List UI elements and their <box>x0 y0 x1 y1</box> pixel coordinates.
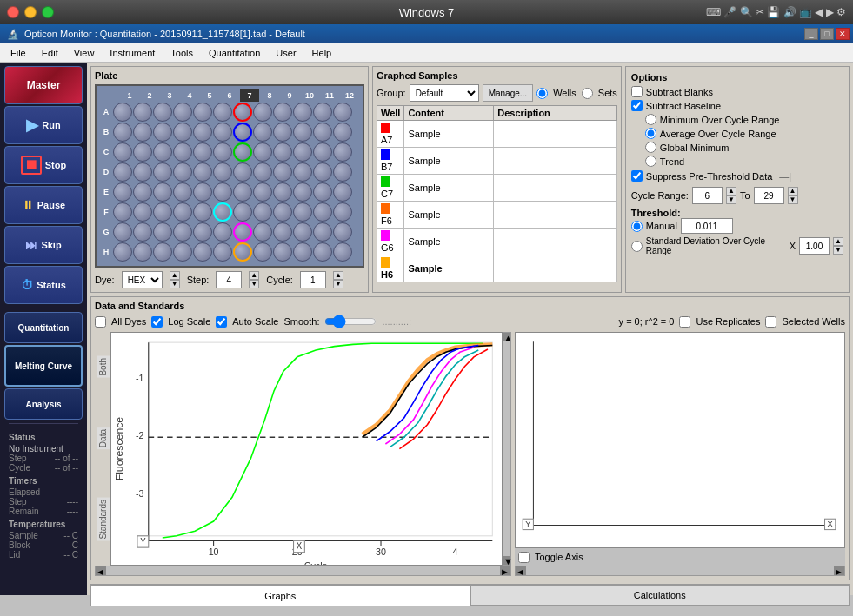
well-d5[interactable] <box>193 162 212 182</box>
well-e8[interactable] <box>253 182 272 202</box>
well-e7[interactable] <box>233 182 252 202</box>
well-b9[interactable] <box>273 123 292 142</box>
menu-tools[interactable]: Tools <box>163 46 200 60</box>
selected-wells-checkbox[interactable] <box>765 316 776 328</box>
well-h7[interactable] <box>233 242 252 262</box>
well-f2[interactable] <box>133 202 152 222</box>
well-c7[interactable] <box>233 142 252 162</box>
well-c3[interactable] <box>153 142 172 162</box>
dye-select[interactable]: HEX <box>122 271 163 288</box>
well-g6[interactable] <box>213 222 232 242</box>
subtract-baseline-checkbox[interactable] <box>631 100 643 111</box>
well-g4[interactable] <box>173 222 192 242</box>
well-h2[interactable] <box>133 242 152 262</box>
menu-instrument[interactable]: Instrument <box>103 46 162 60</box>
table-row[interactable]: F6 Sample <box>377 202 617 229</box>
group-select[interactable]: Default <box>410 84 479 102</box>
cycle-from-spin-up[interactable]: ▲ <box>726 187 736 195</box>
well-g12[interactable] <box>333 222 352 242</box>
well-b11[interactable] <box>313 123 332 142</box>
dye-spin-up[interactable]: ▲ <box>170 271 180 280</box>
well-d3[interactable] <box>153 162 172 182</box>
cycle-from-spin-down[interactable]: ▼ <box>726 195 736 204</box>
avg-over-cycle-radio[interactable] <box>645 128 656 139</box>
dye-spin-down[interactable]: ▼ <box>170 280 180 288</box>
table-row[interactable]: A7 Sample <box>377 121 617 148</box>
well-b2[interactable] <box>133 123 152 142</box>
well-b7[interactable] <box>233 123 252 142</box>
dye-spin[interactable]: ▲ ▼ <box>170 271 180 288</box>
right-x-scrollbar[interactable]: ◄ ► <box>515 566 845 576</box>
manual-value-input[interactable] <box>681 218 733 234</box>
global-min-radio[interactable] <box>645 142 656 153</box>
well-b4[interactable] <box>173 123 192 142</box>
step-spin[interactable]: ▲ ▼ <box>249 271 259 288</box>
cycle-spin[interactable]: ▲ ▼ <box>333 271 343 288</box>
well-a10[interactable] <box>293 103 312 122</box>
well-h1[interactable] <box>113 242 132 262</box>
well-d9[interactable] <box>273 162 292 182</box>
window-controls[interactable] <box>7 6 54 18</box>
well-a6[interactable] <box>213 103 232 122</box>
well-e12[interactable] <box>333 182 352 202</box>
table-row[interactable]: C7 Sample <box>377 175 617 202</box>
well-b3[interactable] <box>153 123 172 142</box>
well-f11[interactable] <box>313 202 332 222</box>
app-minimize-button[interactable]: _ <box>804 28 818 40</box>
well-e11[interactable] <box>313 182 332 202</box>
log-scale-checkbox[interactable] <box>151 316 163 328</box>
sidebar-item-master[interactable]: Master <box>4 66 83 104</box>
std-dev-spin-down[interactable]: ▼ <box>833 246 843 255</box>
sets-radio[interactable] <box>582 88 593 99</box>
std-dev-radio[interactable] <box>631 241 643 252</box>
manage-button[interactable]: Manage... <box>483 84 533 102</box>
x-scroll-left[interactable]: ◄ <box>96 566 106 575</box>
cycle-spin-up[interactable]: ▲ <box>333 271 343 280</box>
well-f3[interactable] <box>153 202 172 222</box>
well-e9[interactable] <box>273 182 292 202</box>
well-e2[interactable] <box>133 182 152 202</box>
well-a11[interactable] <box>313 103 332 122</box>
well-a8[interactable] <box>253 103 272 122</box>
min-over-cycle-radio[interactable] <box>645 114 656 125</box>
well-h9[interactable] <box>273 242 292 262</box>
well-a3[interactable] <box>153 103 172 122</box>
all-dyes-checkbox[interactable] <box>95 316 106 328</box>
well-f6[interactable] <box>213 202 232 222</box>
well-d8[interactable] <box>253 162 272 182</box>
well-c8[interactable] <box>253 142 272 162</box>
well-b12[interactable] <box>333 123 352 142</box>
well-e10[interactable] <box>293 182 312 202</box>
right-x-scroll-left[interactable]: ◄ <box>516 566 526 575</box>
well-c2[interactable] <box>133 142 152 162</box>
well-g9[interactable] <box>273 222 292 242</box>
well-h3[interactable] <box>153 242 172 262</box>
well-d7[interactable] <box>233 162 252 182</box>
manual-radio[interactable] <box>631 221 643 232</box>
well-d10[interactable] <box>293 162 312 182</box>
x-scrollbar[interactable]: ◄ ► <box>95 566 511 576</box>
well-h6[interactable] <box>213 242 232 262</box>
app-maximize-button[interactable]: □ <box>820 28 834 40</box>
auto-scale-checkbox[interactable] <box>216 316 227 328</box>
well-e6[interactable] <box>213 182 232 202</box>
well-g3[interactable] <box>153 222 172 242</box>
well-c12[interactable] <box>333 142 352 162</box>
well-h5[interactable] <box>193 242 212 262</box>
app-close-button[interactable]: ✕ <box>836 28 850 40</box>
sidebar-item-skip[interactable]: ⏭ Skip <box>4 226 83 264</box>
maximize-button[interactable] <box>42 6 54 18</box>
sidebar-item-run[interactable]: ▶ Run <box>4 106 83 144</box>
cycle-to-spin[interactable]: ▲ ▼ <box>788 187 798 204</box>
well-f4[interactable] <box>173 202 192 222</box>
sidebar-item-quantitation[interactable]: Quantitation <box>4 312 83 343</box>
std-dev-value-input[interactable] <box>799 237 830 255</box>
sidebar-item-pause[interactable]: ⏸ Pause <box>4 186 83 224</box>
well-b8[interactable] <box>253 123 272 142</box>
well-g8[interactable] <box>253 222 272 242</box>
well-g5[interactable] <box>193 222 212 242</box>
well-a2[interactable] <box>133 103 152 122</box>
well-a12[interactable] <box>333 103 352 122</box>
well-a4[interactable] <box>173 103 192 122</box>
menu-quantitation[interactable]: Quantitation <box>202 46 267 60</box>
